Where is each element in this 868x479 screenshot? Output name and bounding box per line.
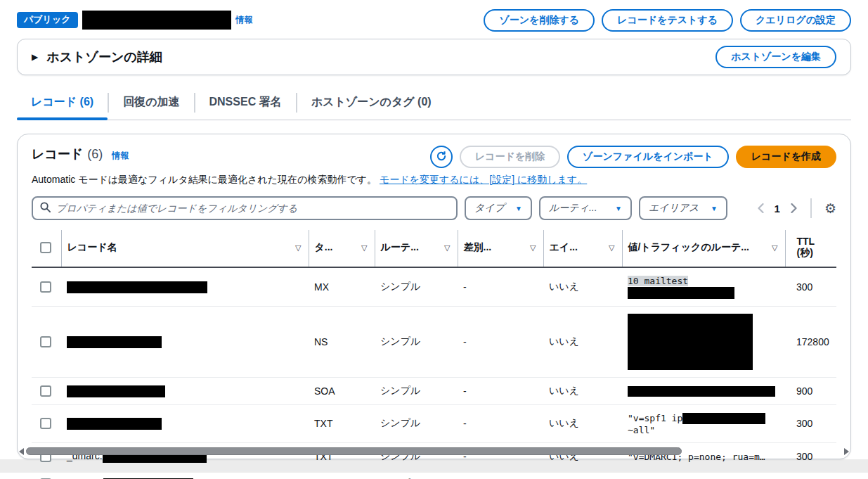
column-header-alias: エイ... bbox=[550, 241, 578, 254]
table-row-soa[interactable]: SOA シンプル - いいえ 900 bbox=[32, 377, 836, 404]
record-type: NS bbox=[309, 306, 375, 377]
table-row-mx[interactable]: MX シンプル - いいえ 10 mailtest 300 bbox=[32, 267, 836, 306]
filter-icon[interactable]: ▽ bbox=[609, 243, 616, 253]
create-record-button[interactable]: レコードを作成 bbox=[736, 146, 836, 168]
record-routing: シンプル bbox=[375, 267, 458, 306]
search-icon bbox=[40, 202, 51, 215]
table-row-a[interactable]: mailtest. A シンプル - いいえ 300 bbox=[32, 471, 836, 479]
zone-info-link[interactable]: 情報 bbox=[236, 14, 253, 26]
records-info-link[interactable]: 情報 bbox=[112, 150, 129, 162]
record-value-redacted bbox=[628, 287, 734, 299]
test-records-button[interactable]: レコードをテストする bbox=[602, 9, 733, 32]
routing-filter-label: ルーティ... bbox=[549, 202, 597, 215]
record-differentiator: - bbox=[458, 471, 543, 479]
column-header-ttl: TTL (秒) bbox=[785, 230, 836, 267]
details-panel-title: ホストゾーンの詳細 bbox=[46, 49, 162, 65]
record-name-redacted bbox=[67, 385, 165, 397]
scrollbar-thumb[interactable] bbox=[26, 447, 682, 455]
filter-icon[interactable]: ▽ bbox=[361, 243, 368, 253]
records-title: レコード bbox=[32, 146, 83, 162]
pagination: 1 ⚙ bbox=[757, 198, 836, 218]
next-page-button[interactable] bbox=[790, 203, 798, 213]
tab-tags[interactable]: ホストゾーンのタグ (0) bbox=[297, 91, 446, 120]
tab-bar: レコード (6) 回復の加速 DNSSEC 署名 ホストゾーンのタグ (0) bbox=[17, 91, 851, 120]
expander-caret-icon[interactable]: ▶ bbox=[32, 52, 38, 62]
row-checkbox[interactable] bbox=[40, 336, 51, 347]
type-filter-dropdown[interactable]: タイプ ▼ bbox=[465, 196, 532, 220]
record-value-redacted bbox=[628, 386, 775, 397]
tab-dnssec[interactable]: DNSSEC 署名 bbox=[195, 91, 296, 120]
record-value-redacted bbox=[682, 413, 765, 424]
table-header-row: レコード名 ▽ タ... ▽ ルーテ... ▽ 差別... ▽ エイ... ▽ bbox=[32, 230, 836, 267]
record-filter-box bbox=[32, 196, 458, 220]
tab-recovery[interactable]: 回復の加速 bbox=[109, 91, 193, 120]
record-value: "v=spf1 ip bbox=[628, 413, 682, 423]
record-alias: いいえ bbox=[543, 471, 622, 479]
record-ttl: 300 bbox=[785, 404, 836, 442]
edit-hosted-zone-button[interactable]: ホストゾーンを編集 bbox=[715, 46, 836, 68]
column-header-routing: ルーテ... bbox=[381, 241, 419, 254]
record-name-redacted bbox=[67, 418, 162, 430]
column-header-record-name: レコード名 bbox=[67, 241, 117, 254]
previous-page-button[interactable] bbox=[757, 203, 765, 213]
records-actions: レコードを削除 ゾーンファイルをインポート レコードを作成 bbox=[430, 146, 836, 168]
records-count: (6) bbox=[87, 147, 103, 162]
record-alias: いいえ bbox=[543, 377, 622, 404]
type-filter-label: タイプ bbox=[474, 202, 505, 215]
delete-record-button[interactable]: レコードを削除 bbox=[460, 146, 560, 168]
record-name-redacted bbox=[67, 336, 162, 348]
zone-name-redacted bbox=[82, 11, 231, 30]
row-checkbox[interactable] bbox=[40, 385, 51, 397]
record-alias: いいえ bbox=[543, 267, 622, 306]
zone-header: パブリック 情報 ゾーンを削除する レコードをテストする クエリログの設定 bbox=[17, 0, 851, 30]
chevron-down-icon: ▼ bbox=[615, 205, 622, 212]
filter-icon[interactable]: ▽ bbox=[444, 243, 451, 253]
chevron-down-icon: ▼ bbox=[711, 205, 718, 212]
record-name-redacted bbox=[67, 281, 207, 293]
filter-icon[interactable]: ▽ bbox=[772, 243, 779, 253]
table-row-ns[interactable]: NS シンプル - いいえ 172800 bbox=[32, 306, 836, 377]
record-routing: シンプル bbox=[375, 306, 458, 377]
horizontal-scrollbar[interactable] bbox=[19, 447, 849, 456]
query-logging-button[interactable]: クエリログの設定 bbox=[740, 9, 851, 32]
public-zone-badge: パブリック bbox=[17, 12, 78, 28]
record-differentiator: - bbox=[458, 306, 543, 377]
record-differentiator: - bbox=[458, 404, 543, 442]
gear-icon[interactable]: ⚙ bbox=[824, 202, 836, 215]
select-all-checkbox[interactable] bbox=[40, 242, 51, 253]
record-differentiator: - bbox=[458, 267, 543, 306]
table-row-txt-spf[interactable]: TXT シンプル - いいえ "v=spf1 ip~all" 300 bbox=[32, 404, 836, 442]
change-mode-settings-link[interactable]: モードを変更するには、[設定] に移動します。 bbox=[380, 174, 587, 185]
row-checkbox[interactable] bbox=[40, 281, 51, 293]
filter-toolbar: タイプ ▼ ルーティ... ▼ エイリアス ▼ 1 ⚙ bbox=[32, 196, 836, 220]
routing-filter-dropdown[interactable]: ルーティ... ▼ bbox=[539, 196, 632, 220]
column-header-differentiator: 差別... bbox=[464, 241, 492, 254]
column-header-value: 値/トラフィックのルーテ... bbox=[628, 241, 750, 254]
record-type: TXT bbox=[309, 404, 375, 442]
record-ttl: 300 bbox=[785, 267, 836, 306]
scroll-right-icon[interactable] bbox=[844, 448, 849, 455]
filter-icon[interactable]: ▽ bbox=[530, 243, 537, 253]
import-zone-file-button[interactable]: ゾーンファイルをインポート bbox=[567, 146, 729, 168]
row-checkbox[interactable] bbox=[40, 418, 51, 429]
records-description: Automatic モードは最適なフィルタ結果に最適化された現在の検索動作です。… bbox=[32, 174, 836, 186]
records-panel: レコード (6) 情報 レコードを削除 ゾーンファイルをインポート レコードを作… bbox=[17, 134, 851, 459]
record-ttl: 900 bbox=[785, 377, 836, 404]
records-table: レコード名 ▽ タ... ▽ ルーテ... ▽ 差別... ▽ エイ... ▽ bbox=[32, 230, 836, 479]
refresh-button[interactable] bbox=[430, 146, 453, 168]
scroll-left-icon[interactable] bbox=[19, 448, 24, 455]
record-value-redacted bbox=[628, 314, 753, 370]
record-routing: シンプル bbox=[375, 404, 458, 442]
alias-filter-dropdown[interactable]: エイリアス ▼ bbox=[639, 196, 727, 220]
delete-zone-button[interactable]: ゾーンを削除する bbox=[484, 9, 595, 32]
records-panel-header: レコード (6) 情報 レコードを削除 ゾーンファイルをインポート レコードを作… bbox=[32, 146, 836, 168]
record-value: 10 mailtest bbox=[628, 276, 688, 286]
record-type: SOA bbox=[309, 377, 375, 404]
filter-icon[interactable]: ▽ bbox=[295, 243, 302, 253]
chevron-down-icon: ▼ bbox=[515, 205, 522, 212]
record-ttl: 172800 bbox=[785, 306, 836, 377]
tab-records[interactable]: レコード (6) bbox=[17, 91, 108, 120]
record-filter-input[interactable] bbox=[56, 203, 449, 214]
route53-hosted-zone-page: パブリック 情報 ゾーンを削除する レコードをテストする クエリログの設定 ▶ … bbox=[0, 0, 868, 459]
toolbar-divider bbox=[810, 198, 812, 218]
